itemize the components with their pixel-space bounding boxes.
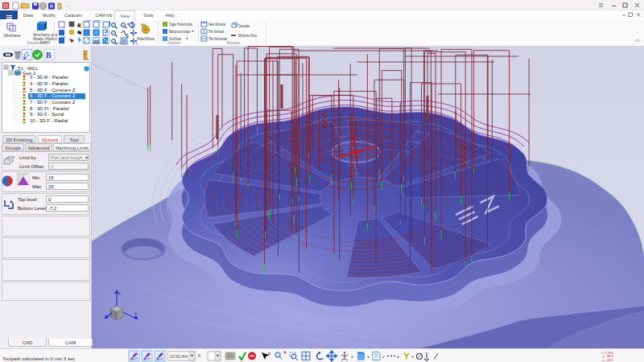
- svg-text:10 - 3D F - Radial: 10 - 3D F - Radial: [30, 118, 68, 123]
- svg-text:Minimize Flout: Minimize Flout: [238, 34, 257, 38]
- svg-text:0: 0: [198, 353, 200, 358]
- svg-text:Cascade: Cascade: [238, 24, 250, 28]
- svg-text:7 - 3D F - Constant Z: 7 - 3D F - Constant Z: [30, 100, 76, 105]
- svg-text:B: B: [46, 51, 52, 60]
- svg-text:3 - 3D R - Parallel: 3 - 3D R - Parallel: [30, 75, 68, 80]
- svg-text:z: z: [118, 291, 121, 296]
- svg-text:y: y: [134, 311, 137, 315]
- svg-text:8 - 3D FI - Parallel: 8 - 3D FI - Parallel: [30, 106, 69, 111]
- svg-text:Tile Vertical: Tile Vertical: [208, 30, 224, 34]
- svg-text:Toggle Hidden/visible: Toggle Hidden/visible: [169, 23, 192, 27]
- svg-text:9 - 3D F - Spiral: 9 - 3D F - Spiral: [30, 112, 64, 117]
- svg-text:6 - 3D F - Constant Z: 6 - 3D F - Constant Z: [30, 93, 76, 98]
- svg-text:Background Image: Background Image: [169, 30, 190, 34]
- svg-text:UCSCAN: UCSCAN: [169, 354, 188, 359]
- svg-text:5 - 3D F - Constant Z: 5 - 3D F - Constant Z: [30, 88, 76, 93]
- svg-text:4 - 3D R - Parallel: 4 - 3D R - Parallel: [30, 81, 68, 86]
- svg-text:New Window: New Window: [208, 23, 225, 27]
